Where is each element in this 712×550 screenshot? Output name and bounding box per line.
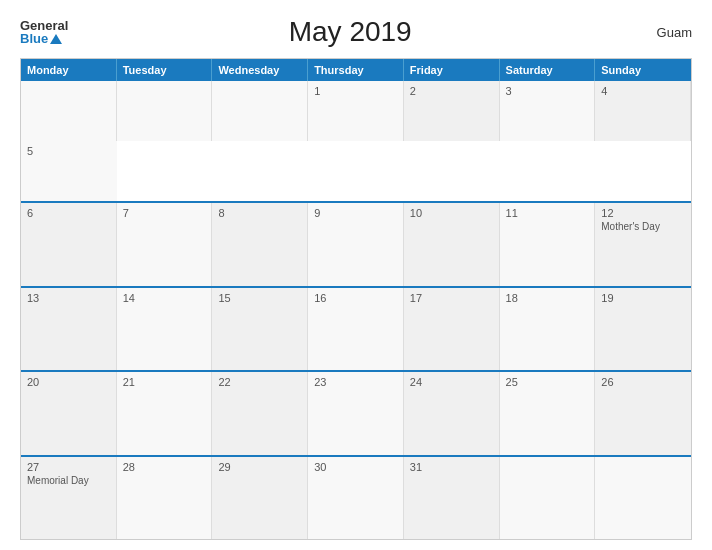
logo-triangle-icon <box>50 34 62 44</box>
calendar-cell: 12Mother's Day <box>595 203 691 286</box>
calendar-week: 12345 <box>21 81 691 201</box>
day-number: 15 <box>218 292 301 304</box>
day-number: 14 <box>123 292 206 304</box>
logo-blue-text: Blue <box>20 32 48 45</box>
header: General Blue May 2019 Guam <box>20 16 692 48</box>
calendar-cell: 23 <box>308 372 404 455</box>
calendar-header-cell: Friday <box>404 59 500 81</box>
calendar-header-cell: Wednesday <box>212 59 308 81</box>
calendar-week: 13141516171819 <box>21 286 691 371</box>
calendar-cell: 16 <box>308 288 404 371</box>
calendar-cell: 26 <box>595 372 691 455</box>
day-number: 19 <box>601 292 685 304</box>
day-number: 29 <box>218 461 301 473</box>
calendar-cell: 9 <box>308 203 404 286</box>
calendar-cell: 4 <box>595 81 691 141</box>
calendar-cell: 20 <box>21 372 117 455</box>
calendar-header-cell: Saturday <box>500 59 596 81</box>
calendar-header-cell: Thursday <box>308 59 404 81</box>
day-number: 21 <box>123 376 206 388</box>
calendar-cell: 13 <box>21 288 117 371</box>
day-number: 8 <box>218 207 301 219</box>
day-number: 26 <box>601 376 685 388</box>
calendar-cell: 5 <box>21 141 117 201</box>
day-number: 3 <box>506 85 589 97</box>
calendar-cell: 22 <box>212 372 308 455</box>
calendar-cell: 15 <box>212 288 308 371</box>
calendar-cell: 18 <box>500 288 596 371</box>
day-number: 1 <box>314 85 397 97</box>
calendar-title: May 2019 <box>68 16 632 48</box>
day-number: 20 <box>27 376 110 388</box>
calendar-cell: 30 <box>308 457 404 540</box>
day-number: 30 <box>314 461 397 473</box>
calendar-cell <box>21 81 117 141</box>
day-number: 10 <box>410 207 493 219</box>
logo: General Blue <box>20 19 68 45</box>
calendar-cell: 28 <box>117 457 213 540</box>
calendar-header: MondayTuesdayWednesdayThursdayFridaySatu… <box>21 59 691 81</box>
calendar-cell: 7 <box>117 203 213 286</box>
calendar-cell: 29 <box>212 457 308 540</box>
calendar-cell: 3 <box>500 81 596 141</box>
day-number: 27 <box>27 461 110 473</box>
calendar-cell: 11 <box>500 203 596 286</box>
day-number: 2 <box>410 85 493 97</box>
calendar-cell: 1 <box>308 81 404 141</box>
calendar-cell: 21 <box>117 372 213 455</box>
calendar-cell: 8 <box>212 203 308 286</box>
calendar-cell: 24 <box>404 372 500 455</box>
day-number: 13 <box>27 292 110 304</box>
calendar-header-cell: Sunday <box>595 59 691 81</box>
calendar-header-cell: Monday <box>21 59 117 81</box>
day-number: 16 <box>314 292 397 304</box>
day-number: 28 <box>123 461 206 473</box>
day-number: 9 <box>314 207 397 219</box>
calendar-week: 20212223242526 <box>21 370 691 455</box>
calendar-header-cell: Tuesday <box>117 59 213 81</box>
calendar-body: 123456789101112Mother's Day1314151617181… <box>21 81 691 539</box>
day-number: 22 <box>218 376 301 388</box>
day-number: 25 <box>506 376 589 388</box>
calendar-cell <box>500 457 596 540</box>
calendar-week: 6789101112Mother's Day <box>21 201 691 286</box>
day-number: 7 <box>123 207 206 219</box>
calendar-cell: 14 <box>117 288 213 371</box>
calendar-cell: 17 <box>404 288 500 371</box>
calendar-cell <box>117 81 213 141</box>
calendar-week: 27Memorial Day28293031 <box>21 455 691 540</box>
calendar-cell: 25 <box>500 372 596 455</box>
day-number: 18 <box>506 292 589 304</box>
page: General Blue May 2019 Guam MondayTuesday… <box>0 0 712 550</box>
day-number: 17 <box>410 292 493 304</box>
calendar-cell <box>212 81 308 141</box>
calendar-cell: 2 <box>404 81 500 141</box>
calendar: MondayTuesdayWednesdayThursdayFridaySatu… <box>20 58 692 540</box>
calendar-cell: 31 <box>404 457 500 540</box>
day-number: 31 <box>410 461 493 473</box>
day-number: 12 <box>601 207 685 219</box>
day-number: 6 <box>27 207 110 219</box>
day-number: 23 <box>314 376 397 388</box>
region-label: Guam <box>632 25 692 40</box>
calendar-cell: 6 <box>21 203 117 286</box>
day-number: 24 <box>410 376 493 388</box>
calendar-cell: 10 <box>404 203 500 286</box>
day-number: 4 <box>601 85 684 97</box>
event-label: Memorial Day <box>27 475 110 486</box>
calendar-cell: 27Memorial Day <box>21 457 117 540</box>
day-number: 5 <box>27 145 111 157</box>
day-number: 11 <box>506 207 589 219</box>
event-label: Mother's Day <box>601 221 685 232</box>
calendar-cell: 19 <box>595 288 691 371</box>
calendar-cell <box>595 457 691 540</box>
